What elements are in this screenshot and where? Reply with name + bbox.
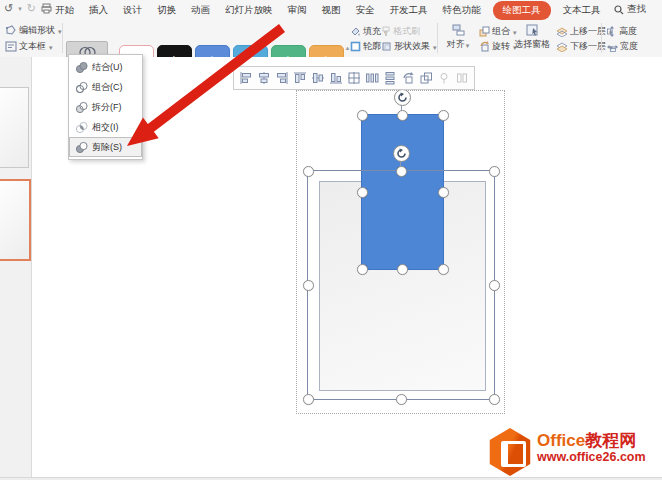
intersect-icon: [75, 121, 88, 134]
selection-pane-icon: [525, 23, 540, 37]
chevron-down-icon: [48, 42, 53, 52]
align-left-icon[interactable]: [237, 69, 255, 87]
resize-handle[interactable]: [438, 110, 449, 121]
slide-thumbnail-2-selected[interactable]: [0, 179, 31, 261]
edit-shape-button[interactable]: 编辑形状: [5, 24, 62, 37]
resize-handle[interactable]: [397, 110, 408, 121]
align-right-icon[interactable]: [273, 69, 291, 87]
send-backward-button[interactable]: 下移一层: [556, 40, 613, 53]
resize-handle[interactable]: [303, 394, 314, 405]
align-horizontal-center-icon[interactable]: [255, 69, 273, 87]
align-top-icon[interactable]: [291, 69, 309, 87]
selection-pane-button[interactable]: 选择窗格: [512, 23, 552, 51]
outline-label: 轮廓: [363, 40, 381, 53]
ribbon-tabs: 开始插入设计切换动画幻灯片放映审阅视图安全开发工具特色功能绘图工具文本工具: [52, 0, 604, 20]
office26-watermark: Office教程网 www.office26.com: [487, 428, 646, 476]
resize-handle[interactable]: [397, 264, 408, 275]
group-shapes-icon[interactable]: [417, 69, 435, 87]
width-field-label: 宽度: [607, 40, 638, 53]
tab-bar: ↺ ▾ ↻ 开始插入设计切换动画幻灯片放映审阅视图安全开发工具特色功能绘图工具文…: [0, 0, 662, 20]
align-label: 对齐: [447, 38, 465, 51]
menu-item-结合(U)[interactable]: 结合(U): [69, 57, 142, 77]
tab-开发工具[interactable]: 开发工具: [387, 2, 431, 19]
format-painter-icon: [381, 26, 391, 37]
fragment-icon: [75, 101, 88, 114]
edit-shape-label: 编辑形状: [19, 24, 55, 37]
text-box-icon: [5, 41, 17, 52]
merge-shapes-menu: 结合(U)组合(C)拆分(F)相交(I)剪除(S): [68, 54, 143, 160]
rotate-handle[interactable]: [393, 145, 410, 162]
slide-thumbnail-1[interactable]: [0, 87, 29, 168]
resize-handle[interactable]: [438, 264, 449, 275]
tab-文本工具[interactable]: 文本工具: [560, 2, 604, 19]
tab-幻灯片放映[interactable]: 幻灯片放映: [222, 2, 276, 19]
tab-开始[interactable]: 开始: [52, 2, 77, 19]
menu-item-相交(I)[interactable]: 相交(I): [69, 117, 142, 137]
pin-icon: [435, 69, 453, 87]
selection-pane-label: 选择窗格: [514, 38, 550, 51]
align-vertical-center-icon[interactable]: [309, 69, 327, 87]
width-icon: [607, 42, 618, 52]
align-icon: [451, 23, 466, 37]
tab-安全[interactable]: 安全: [353, 2, 378, 19]
tab-插入[interactable]: 插入: [86, 2, 111, 19]
resize-handle[interactable]: [489, 394, 500, 405]
tab-特色功能[interactable]: 特色功能: [440, 2, 484, 19]
resize-handle[interactable]: [303, 280, 314, 291]
distribute-horizontal-icon[interactable]: [363, 69, 381, 87]
shape-effects-button[interactable]: 形状效果: [381, 40, 437, 53]
undo-caret-icon[interactable]: ▾: [18, 5, 22, 13]
resize-handle[interactable]: [489, 166, 500, 177]
office-hexagon-icon: [487, 428, 533, 476]
subtract-icon: [75, 141, 88, 154]
tab-动画[interactable]: 动画: [188, 2, 213, 19]
fill-label: 填充: [363, 25, 381, 38]
resize-handle[interactable]: [357, 187, 368, 198]
resize-handle[interactable]: [303, 166, 314, 177]
print-icon[interactable]: [41, 3, 52, 14]
resize-handle[interactable]: [489, 280, 500, 291]
edit-shape-icon: [5, 25, 17, 36]
floating-align-toolbar: [233, 66, 475, 90]
text-box-button[interactable]: 文本框: [5, 40, 53, 53]
resize-handle[interactable]: [438, 187, 449, 198]
tab-切换[interactable]: 切换: [154, 2, 179, 19]
rotate-label: 旋转: [492, 40, 510, 53]
bring-forward-button[interactable]: 上移一层: [556, 25, 613, 38]
resize-handle[interactable]: [396, 166, 407, 177]
chevron-down-icon: [57, 26, 62, 36]
resize-handle[interactable]: [357, 264, 368, 275]
group-button[interactable]: 组合: [479, 25, 517, 38]
distribute-vertical-icon[interactable]: [381, 69, 399, 87]
menu-item-拆分(F)[interactable]: 拆分(F): [69, 97, 142, 117]
search-button[interactable]: 查找: [614, 3, 646, 16]
tab-审阅[interactable]: 审阅: [285, 2, 310, 19]
tab-设计[interactable]: 设计: [120, 2, 145, 19]
center-on-slide-icon[interactable]: [345, 69, 363, 87]
magnifier-icon: [614, 5, 624, 15]
group-icon: [479, 26, 490, 37]
frame-outer-rectangle[interactable]: [307, 170, 495, 400]
rotate-handle[interactable]: [394, 89, 411, 106]
rotate-icon[interactable]: [399, 69, 417, 87]
shape-effects-icon: [381, 41, 392, 52]
rotate-button[interactable]: 旋转: [479, 40, 517, 53]
align-button[interactable]: 对齐: [441, 23, 475, 51]
union-icon: [75, 61, 88, 74]
search-label: 查找: [627, 3, 646, 16]
ribbon-toolbar: 编辑形状 文本框 合并形状 AbcAbcAbcAbcAbcAbc ▲ ▼ ▼ 填…: [0, 20, 662, 58]
chevron-down-icon: [465, 40, 470, 50]
shape-effects-label: 形状效果: [394, 40, 430, 53]
format-painter-label: 格式刷: [393, 25, 420, 38]
align-bottom-icon[interactable]: [327, 69, 345, 87]
resize-handle[interactable]: [357, 110, 368, 121]
tab-绘图工具[interactable]: 绘图工具: [493, 1, 551, 20]
menu-item-剪除(S)[interactable]: 剪除(S): [69, 137, 142, 157]
tab-视图[interactable]: 视图: [319, 2, 344, 19]
height-icon: [607, 26, 617, 37]
send-backward-icon: [556, 42, 568, 52]
outline-icon: [350, 41, 361, 52]
resize-handle[interactable]: [396, 394, 407, 405]
menu-item-组合(C)[interactable]: 组合(C): [69, 77, 142, 97]
undo-icon[interactable]: ↺: [4, 2, 13, 15]
